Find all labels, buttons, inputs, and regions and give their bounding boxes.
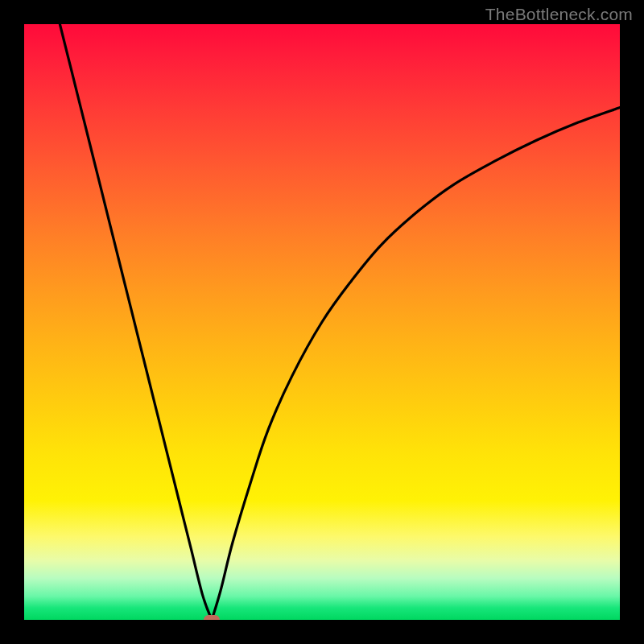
right-branch-path bbox=[212, 108, 620, 620]
minimum-marker bbox=[204, 615, 220, 620]
curve-svg bbox=[24, 24, 620, 620]
watermark-text: TheBottleneck.com bbox=[485, 5, 633, 24]
left-branch-path bbox=[60, 24, 212, 620]
plot-area bbox=[24, 24, 620, 620]
chart-frame: TheBottleneck.com bbox=[0, 0, 644, 644]
